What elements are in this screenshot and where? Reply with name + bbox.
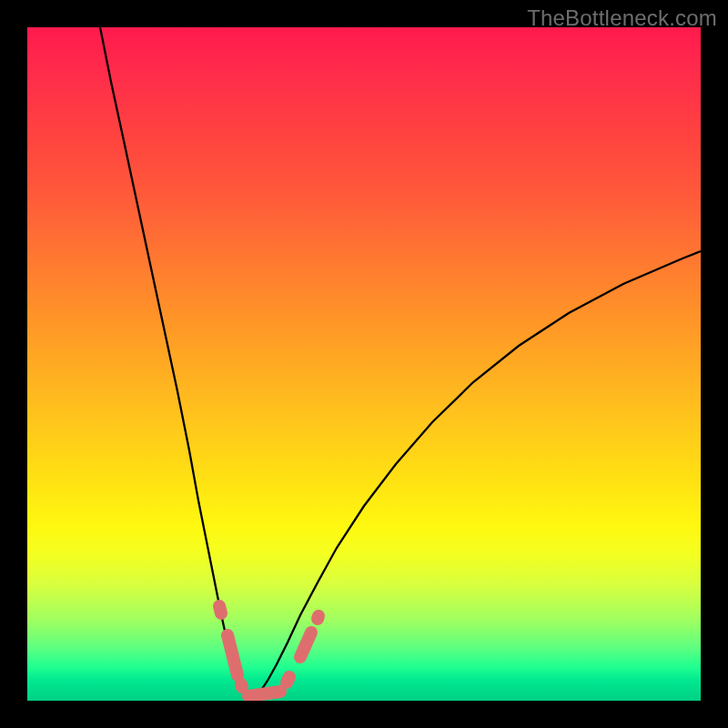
- bottleneck-curve-svg: [27, 27, 701, 701]
- curve-right-branch: [253, 251, 701, 699]
- marker-dot-right-lower: [287, 677, 289, 682]
- watermark-text: TheBottleneck.com: [527, 5, 717, 31]
- marker-dot-right-upper: [318, 616, 318, 619]
- marker-seg-left: [228, 635, 238, 675]
- marker-seg-right: [300, 632, 311, 657]
- marker-seg-bottom: [248, 692, 280, 696]
- marker-dot-left-lower: [241, 684, 242, 687]
- marker-dot-left-upper: [219, 606, 221, 613]
- marker-group: [219, 606, 318, 696]
- plot-area: [27, 27, 701, 701]
- curve-left-branch: [100, 27, 253, 699]
- outer-frame: TheBottleneck.com: [0, 0, 728, 728]
